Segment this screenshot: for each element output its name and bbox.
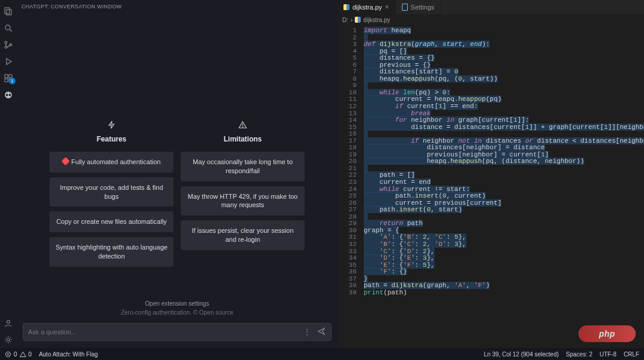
kebab-icon[interactable]: ⋮ (302, 328, 312, 336)
svg-rect-10 (5, 79, 8, 82)
eol-indicator[interactable]: CRLF (624, 351, 639, 358)
python-file-icon (355, 17, 361, 23)
svg-marker-15 (109, 121, 114, 128)
limitation-card: May occasionally take long time to respo… (181, 152, 305, 181)
chat-panel: CHATGPT: CONVERSATION WINDOW Features Fu… (17, 0, 338, 348)
limitation-card: If issues persist, clear your session an… (181, 220, 305, 250)
limitation-card: May throw HTTP 429, if you make too many… (181, 186, 305, 216)
svg-marker-22 (20, 352, 26, 356)
breadcrumb[interactable]: D:› dijkstra.py (338, 14, 644, 25)
feature-card[interactable]: Copy or create new files automatically (49, 211, 174, 232)
manage-gear-icon[interactable] (0, 331, 17, 348)
svg-point-5 (5, 46, 7, 48)
code-content[interactable]: import heapq def dijkstra(graph, start, … (361, 25, 644, 348)
limitation-label: May occasionally take long time to respo… (187, 158, 299, 176)
feature-label: Improve your code, add tests & find bugs (55, 183, 168, 201)
crumb-file: dijkstra.py (363, 17, 390, 23)
warning-icon (239, 118, 247, 131)
indent-indicator[interactable]: Spaces: 2 (566, 351, 592, 358)
file-icon (402, 4, 408, 11)
limitations-title: Limitations (224, 135, 262, 143)
warning-count: 0 (29, 351, 32, 358)
svg-point-4 (5, 41, 7, 44)
features-title: Features (97, 135, 126, 143)
code-editor[interactable]: 1234567891011121314151617181920212223242… (338, 25, 644, 348)
cursor-position[interactable]: Ln 39, Col 12 (904 selected) (484, 351, 559, 358)
run-debug-icon[interactable] (0, 53, 17, 70)
svg-point-18 (242, 127, 243, 127)
tab-dijkstra[interactable]: dijkstra.py × (338, 0, 396, 14)
tab-settings[interactable]: Settings (396, 0, 441, 14)
python-file-icon (343, 4, 349, 10)
feature-label: Copy or create new files automatically (56, 217, 166, 226)
features-column: Features Fully automated authentication … (49, 118, 174, 272)
svg-rect-0 (5, 8, 10, 14)
limitation-label: If issues persist, clear your session an… (187, 226, 299, 244)
welcome-grid: Features Fully automated authentication … (35, 118, 320, 272)
tab-row: dijkstra.py × Settings (338, 0, 644, 14)
svg-point-13 (7, 321, 10, 324)
crumb-drive: D: (342, 17, 348, 23)
limitations-column: Limitations May occasionally take long t… (181, 118, 305, 272)
encoding-indicator[interactable]: UTF-8 (600, 351, 617, 358)
open-extension-settings-link[interactable]: Open extension settings (145, 300, 209, 307)
activity-bar: 1 (0, 0, 17, 348)
accounts-icon[interactable] (0, 315, 17, 331)
search-icon[interactable] (0, 20, 17, 36)
close-icon[interactable]: × (385, 3, 389, 11)
chat-input-bar: ⋮ (23, 323, 332, 341)
svg-line-3 (10, 29, 12, 32)
feature-card[interactable]: Syntax highlighting with auto language d… (49, 237, 174, 267)
feature-label: Fully automated authentication (72, 158, 161, 165)
svg-rect-1 (7, 10, 11, 15)
limitation-label: May throw HTTP 429, if you make too many… (187, 192, 299, 210)
chatgpt-icon[interactable] (0, 87, 17, 103)
svg-point-14 (7, 339, 10, 341)
svg-point-2 (5, 25, 10, 30)
extensions-icon[interactable]: 1 (0, 70, 17, 87)
tab-label: dijkstra.py (352, 4, 382, 11)
line-number-gutter: 1234567891011121314151617181920212223242… (338, 25, 361, 348)
status-bar: 0 0 Auto Attach: With Flag Ln 39, Col 12… (0, 348, 644, 360)
watermark-pill: php (578, 325, 636, 342)
feature-label: Syntax highlighting with auto language d… (55, 243, 168, 261)
explorer-icon[interactable] (0, 3, 17, 20)
tab-label: Settings (411, 4, 435, 11)
source-control-icon[interactable] (0, 36, 17, 53)
svg-rect-8 (5, 75, 8, 78)
bolt-icon (107, 118, 116, 131)
feature-card[interactable]: Improve your code, add tests & find bugs (49, 177, 174, 207)
error-count: 0 (14, 351, 17, 358)
problems-indicator[interactable]: 0 0 (5, 351, 32, 358)
send-icon[interactable] (317, 327, 326, 337)
panel-title: CHATGPT: CONVERSATION WINDOW (17, 0, 338, 13)
auto-attach-indicator[interactable]: Auto Attach: With Flag (39, 351, 98, 358)
rocket-icon (61, 157, 70, 165)
feature-card[interactable]: Fully automated authentication (49, 152, 174, 173)
editor-group: dijkstra.py × Settings D:› dijkstra.py 1… (338, 0, 644, 348)
chat-input[interactable] (28, 328, 298, 336)
extension-badge: 1 (9, 78, 16, 84)
svg-marker-7 (7, 59, 11, 64)
footer-text: Zero-config authentication. © Open sourc… (121, 309, 234, 316)
